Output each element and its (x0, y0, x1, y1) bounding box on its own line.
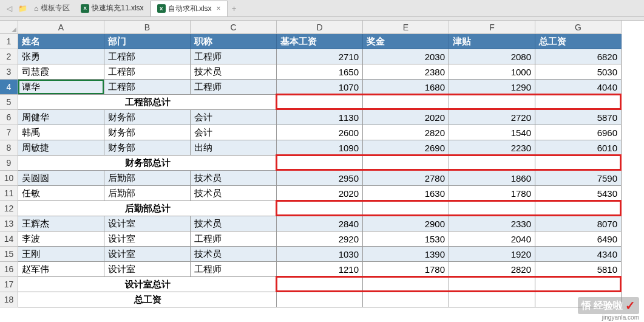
row-header[interactable]: 11 (0, 186, 18, 201)
data-cell[interactable]: 技术员 (191, 216, 277, 231)
data-cell[interactable]: 1030 (277, 247, 363, 262)
subtotal-label-cell[interactable]: 后勤部总计 (104, 201, 191, 216)
data-cell[interactable]: 后勤部 (104, 186, 191, 201)
data-cell[interactable]: 6490 (535, 231, 622, 247)
data-cell[interactable]: 1920 (449, 247, 535, 262)
subtotal-label-cell[interactable] (191, 156, 277, 171)
subtotal-value-cell[interactable] (277, 156, 363, 171)
data-cell[interactable]: 7590 (535, 171, 622, 186)
data-cell[interactable]: 2820 (363, 125, 449, 140)
data-cell[interactable]: 4040 (535, 80, 622, 95)
subtotal-value-cell[interactable] (535, 277, 622, 292)
subtotal-label-cell[interactable] (191, 95, 277, 110)
data-cell[interactable]: 2330 (449, 216, 535, 231)
data-cell[interactable]: 8070 (535, 216, 622, 231)
data-cell[interactable]: 2780 (363, 171, 449, 186)
data-cell[interactable]: 财务部 (104, 125, 191, 140)
subtotal-label-cell[interactable] (191, 201, 277, 216)
data-cell[interactable]: 任敏 (18, 186, 104, 201)
file-tab-1[interactable]: X 快速填充11.xlsx (75, 1, 150, 16)
data-cell[interactable]: 工程师 (191, 49, 277, 64)
row-header[interactable]: 10 (0, 171, 18, 186)
data-cell[interactable]: 财务部 (104, 140, 191, 156)
data-cell[interactable]: 1650 (277, 64, 363, 80)
subtotal-value-cell[interactable] (363, 201, 449, 216)
data-cell[interactable]: 会计 (191, 110, 277, 125)
table-header-cell[interactable]: 姓名 (18, 34, 104, 49)
spreadsheet-grid[interactable]: ABCDEFG1姓名部门职称基本工资奖金津贴总工资2张勇工程部工程师271020… (0, 21, 644, 307)
close-icon[interactable]: × (217, 4, 221, 13)
table-header-cell[interactable]: 津贴 (449, 34, 535, 49)
data-cell[interactable]: 4340 (535, 247, 622, 262)
subtotal-label-cell[interactable]: 总工资 (104, 292, 191, 307)
data-cell[interactable]: 周健华 (18, 110, 104, 125)
table-header-cell[interactable]: 基本工资 (277, 34, 363, 49)
subtotal-value-cell[interactable] (449, 95, 535, 110)
subtotal-value-cell[interactable] (449, 156, 535, 171)
data-cell[interactable]: 1540 (449, 125, 535, 140)
column-header[interactable]: A (18, 21, 104, 34)
data-cell[interactable]: 2820 (449, 262, 535, 277)
data-cell[interactable]: 1530 (363, 231, 449, 247)
subtotal-label-cell[interactable] (18, 292, 104, 307)
data-cell[interactable]: 张勇 (18, 49, 104, 64)
data-cell[interactable]: 1210 (277, 262, 363, 277)
data-cell[interactable]: 2230 (449, 140, 535, 156)
data-cell[interactable]: 1070 (277, 80, 363, 95)
subtotal-value-cell[interactable] (535, 95, 622, 110)
new-tab-button[interactable]: + (228, 2, 241, 15)
subtotal-value-cell[interactable] (277, 201, 363, 216)
data-cell[interactable]: 5430 (535, 186, 622, 201)
row-header[interactable]: 17 (0, 277, 18, 292)
data-cell[interactable]: 工程师 (191, 231, 277, 247)
row-header[interactable]: 1 (0, 34, 18, 49)
subtotal-label-cell[interactable] (191, 277, 277, 292)
data-cell[interactable]: 1680 (363, 80, 449, 95)
subtotal-label-cell[interactable] (18, 277, 104, 292)
subtotal-value-cell[interactable] (277, 292, 363, 307)
data-cell[interactable]: 会计 (191, 125, 277, 140)
data-cell[interactable]: 1860 (449, 171, 535, 186)
data-cell[interactable]: 2920 (277, 231, 363, 247)
subtotal-label-cell[interactable]: 设计室总计 (104, 277, 191, 292)
select-all-corner[interactable] (0, 21, 18, 34)
data-cell[interactable]: 设计室 (104, 262, 191, 277)
data-cell[interactable]: 1130 (277, 110, 363, 125)
row-header[interactable]: 12 (0, 201, 18, 216)
data-cell[interactable]: 技术员 (191, 186, 277, 201)
row-header[interactable]: 14 (0, 231, 18, 247)
column-header[interactable]: C (191, 21, 277, 34)
subtotal-label-cell[interactable] (18, 156, 104, 171)
data-cell[interactable]: 2380 (363, 64, 449, 80)
data-cell[interactable]: 周敏捷 (18, 140, 104, 156)
data-cell[interactable]: 1780 (449, 186, 535, 201)
data-cell[interactable]: 2950 (277, 171, 363, 186)
table-header-cell[interactable]: 职称 (191, 34, 277, 49)
row-header[interactable]: 8 (0, 140, 18, 156)
column-header[interactable]: B (104, 21, 191, 34)
column-header[interactable]: D (277, 21, 363, 34)
data-cell[interactable]: 2900 (363, 216, 449, 231)
subtotal-value-cell[interactable] (277, 95, 363, 110)
subtotal-value-cell[interactable] (535, 201, 622, 216)
data-cell[interactable]: 5870 (535, 110, 622, 125)
data-cell[interactable]: 1780 (363, 262, 449, 277)
row-header[interactable]: 13 (0, 216, 18, 231)
folder-icon[interactable]: 📁 (16, 2, 29, 15)
data-cell[interactable]: 1390 (363, 247, 449, 262)
data-cell[interactable]: 谭华 (18, 80, 104, 95)
row-header[interactable]: 5 (0, 95, 18, 110)
data-cell[interactable]: 工程部 (104, 64, 191, 80)
data-cell[interactable]: 工程师 (191, 262, 277, 277)
data-cell[interactable]: 韩禹 (18, 125, 104, 140)
data-cell[interactable]: 2020 (277, 186, 363, 201)
data-cell[interactable]: 后勤部 (104, 171, 191, 186)
data-cell[interactable]: 吴圆圆 (18, 171, 104, 186)
row-header[interactable]: 18 (0, 292, 18, 307)
data-cell[interactable]: 1630 (363, 186, 449, 201)
data-cell[interactable]: 王刚 (18, 247, 104, 262)
subtotal-label-cell[interactable]: 工程部总计 (104, 95, 191, 110)
row-header[interactable]: 9 (0, 156, 18, 171)
subtotal-value-cell[interactable] (449, 201, 535, 216)
data-cell[interactable]: 5030 (535, 64, 622, 80)
